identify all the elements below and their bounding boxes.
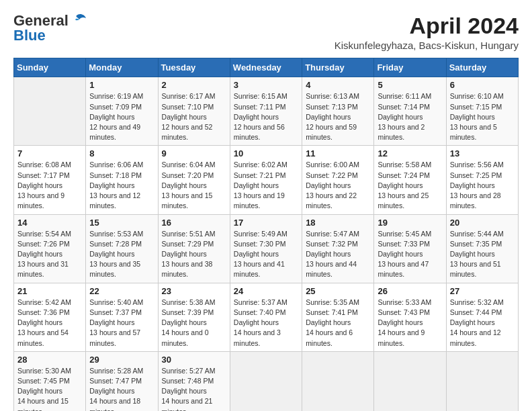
calendar-cell: 20Sunrise: 5:44 AMSunset: 7:35 PMDayligh… <box>446 214 518 283</box>
calendar-cell: 10Sunrise: 6:02 AMSunset: 7:21 PMDayligh… <box>230 146 302 214</box>
day-number: 14 <box>17 218 82 228</box>
day-info: Sunrise: 5:35 AMSunset: 7:41 PMDaylight … <box>306 298 370 349</box>
weekday-header: Saturday <box>446 58 518 77</box>
calendar-cell: 24Sunrise: 5:37 AMSunset: 7:40 PMDayligh… <box>230 283 302 351</box>
calendar-cell: 6Sunrise: 6:10 AMSunset: 7:15 PMDaylight… <box>446 77 518 146</box>
title-area: April 2024 Kiskunfelegyhaza, Bacs-Kiskun… <box>335 13 519 51</box>
day-info: Sunrise: 6:19 AMSunset: 7:09 PMDaylight … <box>89 91 154 142</box>
day-number: 13 <box>450 148 515 158</box>
day-info: Sunrise: 5:53 AMSunset: 7:28 PMDaylight … <box>89 229 154 280</box>
day-number: 6 <box>450 80 515 90</box>
day-info: Sunrise: 5:28 AMSunset: 7:47 PMDaylight … <box>89 366 154 411</box>
day-number: 15 <box>89 218 154 228</box>
calendar-cell: 16Sunrise: 5:51 AMSunset: 7:29 PMDayligh… <box>158 214 230 283</box>
day-info: Sunrise: 5:27 AMSunset: 7:48 PMDaylight … <box>162 366 226 411</box>
calendar-cell: 17Sunrise: 5:49 AMSunset: 7:30 PMDayligh… <box>230 214 302 283</box>
day-info: Sunrise: 5:58 AMSunset: 7:24 PMDaylight … <box>378 160 442 211</box>
day-number: 18 <box>306 218 370 228</box>
weekday-header-row: SundayMondayTuesdayWednesdayThursdayFrid… <box>14 58 519 77</box>
day-number: 25 <box>306 286 370 296</box>
calendar-cell <box>446 351 518 411</box>
logo: General Blue <box>13 13 87 43</box>
calendar-cell: 13Sunrise: 5:56 AMSunset: 7:25 PMDayligh… <box>446 146 518 214</box>
calendar-cell: 8Sunrise: 6:06 AMSunset: 7:18 PMDaylight… <box>86 146 158 214</box>
day-number: 17 <box>234 218 298 228</box>
calendar-week-row: 21Sunrise: 5:42 AMSunset: 7:36 PMDayligh… <box>14 283 519 351</box>
page-header: General Blue April 2024 Kiskunfelegyhaza… <box>13 13 519 51</box>
calendar-cell: 22Sunrise: 5:40 AMSunset: 7:37 PMDayligh… <box>86 283 158 351</box>
calendar-cell: 12Sunrise: 5:58 AMSunset: 7:24 PMDayligh… <box>374 146 446 214</box>
calendar-cell: 14Sunrise: 5:54 AMSunset: 7:26 PMDayligh… <box>14 214 86 283</box>
calendar-cell: 11Sunrise: 6:00 AMSunset: 7:22 PMDayligh… <box>302 146 374 214</box>
day-number: 22 <box>89 286 154 296</box>
day-info: Sunrise: 5:47 AMSunset: 7:32 PMDaylight … <box>306 229 370 280</box>
day-number: 5 <box>378 80 442 90</box>
day-info: Sunrise: 5:45 AMSunset: 7:33 PMDaylight … <box>378 229 442 280</box>
day-number: 4 <box>306 80 370 90</box>
logo-general-text: General <box>13 13 69 28</box>
calendar-cell <box>374 351 446 411</box>
day-info: Sunrise: 5:54 AMSunset: 7:26 PMDaylight … <box>17 229 82 280</box>
day-info: Sunrise: 5:42 AMSunset: 7:36 PMDaylight … <box>17 298 82 349</box>
calendar-cell: 4Sunrise: 6:13 AMSunset: 7:13 PMDaylight… <box>302 77 374 146</box>
logo-bird-icon <box>70 13 87 28</box>
calendar-cell: 7Sunrise: 6:08 AMSunset: 7:17 PMDaylight… <box>14 146 86 214</box>
day-number: 2 <box>162 80 226 90</box>
calendar-week-row: 1Sunrise: 6:19 AMSunset: 7:09 PMDaylight… <box>14 77 519 146</box>
day-info: Sunrise: 5:32 AMSunset: 7:44 PMDaylight … <box>450 298 515 349</box>
day-info: Sunrise: 6:08 AMSunset: 7:17 PMDaylight … <box>17 160 82 211</box>
day-info: Sunrise: 5:40 AMSunset: 7:37 PMDaylight … <box>89 298 154 349</box>
day-number: 27 <box>450 286 515 296</box>
location-subtitle: Kiskunfelegyhaza, Bacs-Kiskun, Hungary <box>335 40 519 51</box>
calendar-cell: 1Sunrise: 6:19 AMSunset: 7:09 PMDaylight… <box>86 77 158 146</box>
calendar-cell: 25Sunrise: 5:35 AMSunset: 7:41 PMDayligh… <box>302 283 374 351</box>
calendar-cell <box>302 351 374 411</box>
day-number: 24 <box>234 286 298 296</box>
calendar-week-row: 28Sunrise: 5:30 AMSunset: 7:45 PMDayligh… <box>14 351 519 411</box>
day-info: Sunrise: 5:44 AMSunset: 7:35 PMDaylight … <box>450 229 515 280</box>
day-number: 9 <box>162 148 226 158</box>
day-number: 12 <box>378 148 442 158</box>
calendar-cell: 23Sunrise: 5:38 AMSunset: 7:39 PMDayligh… <box>158 283 230 351</box>
day-number: 8 <box>89 148 154 158</box>
day-info: Sunrise: 5:56 AMSunset: 7:25 PMDaylight … <box>450 160 515 211</box>
day-number: 30 <box>162 355 226 365</box>
weekday-header: Monday <box>86 58 158 77</box>
day-number: 29 <box>89 355 154 365</box>
calendar-cell <box>230 351 302 411</box>
logo-blue-text: Blue <box>13 28 46 43</box>
day-info: Sunrise: 5:51 AMSunset: 7:29 PMDaylight … <box>162 229 226 280</box>
calendar-cell: 5Sunrise: 6:11 AMSunset: 7:14 PMDaylight… <box>374 77 446 146</box>
day-number: 3 <box>234 80 298 90</box>
day-info: Sunrise: 6:13 AMSunset: 7:13 PMDaylight … <box>306 91 370 142</box>
weekday-header: Thursday <box>302 58 374 77</box>
day-info: Sunrise: 5:37 AMSunset: 7:40 PMDaylight … <box>234 298 298 349</box>
calendar-cell: 3Sunrise: 6:15 AMSunset: 7:11 PMDaylight… <box>230 77 302 146</box>
day-number: 16 <box>162 218 226 228</box>
day-number: 23 <box>162 286 226 296</box>
day-info: Sunrise: 6:15 AMSunset: 7:11 PMDaylight … <box>234 91 298 142</box>
calendar-cell: 21Sunrise: 5:42 AMSunset: 7:36 PMDayligh… <box>14 283 86 351</box>
day-info: Sunrise: 5:38 AMSunset: 7:39 PMDaylight … <box>162 298 226 349</box>
day-number: 21 <box>17 286 82 296</box>
calendar-cell: 18Sunrise: 5:47 AMSunset: 7:32 PMDayligh… <box>302 214 374 283</box>
day-number: 19 <box>378 218 442 228</box>
weekday-header: Sunday <box>14 58 86 77</box>
day-info: Sunrise: 5:33 AMSunset: 7:43 PMDaylight … <box>378 298 442 349</box>
calendar-cell: 27Sunrise: 5:32 AMSunset: 7:44 PMDayligh… <box>446 283 518 351</box>
calendar-cell: 19Sunrise: 5:45 AMSunset: 7:33 PMDayligh… <box>374 214 446 283</box>
month-title: April 2024 <box>335 13 519 38</box>
day-number: 26 <box>378 286 442 296</box>
day-info: Sunrise: 6:02 AMSunset: 7:21 PMDaylight … <box>234 160 298 211</box>
calendar-table: SundayMondayTuesdayWednesdayThursdayFrid… <box>13 58 519 411</box>
calendar-cell: 15Sunrise: 5:53 AMSunset: 7:28 PMDayligh… <box>86 214 158 283</box>
weekday-header: Wednesday <box>230 58 302 77</box>
weekday-header: Friday <box>374 58 446 77</box>
day-number: 20 <box>450 218 515 228</box>
day-number: 11 <box>306 148 370 158</box>
calendar-cell: 29Sunrise: 5:28 AMSunset: 7:47 PMDayligh… <box>86 351 158 411</box>
day-number: 7 <box>17 148 82 158</box>
calendar-week-row: 14Sunrise: 5:54 AMSunset: 7:26 PMDayligh… <box>14 214 519 283</box>
day-info: Sunrise: 6:17 AMSunset: 7:10 PMDaylight … <box>162 91 226 142</box>
day-info: Sunrise: 6:00 AMSunset: 7:22 PMDaylight … <box>306 160 370 211</box>
